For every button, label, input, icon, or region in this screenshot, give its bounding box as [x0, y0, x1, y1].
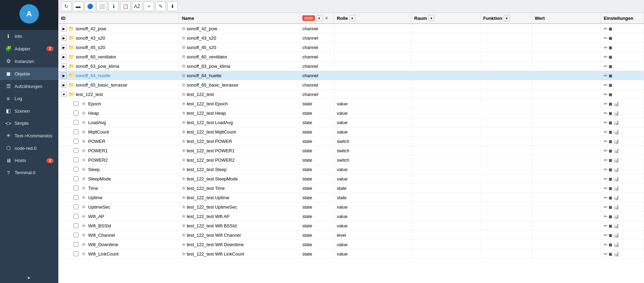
row-checkbox[interactable] — [74, 101, 78, 106]
history-icon[interactable]: 📊 — [613, 204, 619, 210]
sidebar-item-info[interactable]: ℹInfo — [0, 30, 58, 42]
delete-icon[interactable]: ◼ — [609, 251, 612, 257]
table-row[interactable]: ▶📁sonoff_65_basic_terrasse⊞sonoff_65_bas… — [58, 80, 644, 90]
edit-icon[interactable]: ✏ — [604, 242, 608, 247]
history-icon[interactable]: 📊 — [613, 148, 619, 153]
toolbar-edit-button[interactable]: ✎ — [156, 1, 166, 11]
table-row[interactable]: ⊕Wifi_Channel⊕test_122_test Wifi Channel… — [58, 231, 644, 240]
history-icon[interactable]: 📊 — [613, 157, 619, 163]
sidebar-item-hosts[interactable]: 🖥Hosts2 — [0, 154, 58, 167]
delete-icon[interactable]: ◼ — [609, 233, 612, 238]
table-row[interactable]: ⊕Wifi_Downtime⊕test_122_test Wifi Downti… — [58, 240, 644, 249]
delete-icon[interactable]: ◼ — [609, 195, 612, 200]
delete-icon[interactable]: ◼ — [609, 54, 612, 59]
sidebar-expand-button[interactable]: ► — [0, 272, 58, 283]
history-icon[interactable]: 📊 — [613, 111, 619, 116]
row-checkbox[interactable] — [74, 157, 78, 162]
edit-icon[interactable]: ✏ — [604, 35, 608, 41]
delete-icon[interactable]: ◼ — [609, 26, 612, 31]
expand-icon[interactable]: ▶ — [61, 45, 67, 50]
delete-icon[interactable]: ◼ — [609, 73, 612, 78]
edit-icon[interactable]: ✏ — [604, 26, 608, 31]
row-checkbox[interactable] — [74, 186, 78, 191]
toolbar-collapse-button[interactable]: ▬ — [73, 1, 83, 11]
col-close-state[interactable]: ✕ — [324, 16, 329, 21]
delete-icon[interactable]: ◼ — [609, 139, 612, 144]
history-icon[interactable]: 📊 — [613, 101, 619, 106]
delete-icon[interactable]: ◼ — [609, 64, 612, 69]
delete-icon[interactable]: ◼ — [609, 129, 612, 135]
edit-icon[interactable]: ✏ — [604, 157, 608, 163]
delete-icon[interactable]: ◼ — [609, 111, 612, 116]
edit-icon[interactable]: ✏ — [604, 129, 608, 135]
delete-icon[interactable]: ◼ — [609, 223, 612, 228]
expand-icon[interactable]: ▶ — [61, 26, 67, 31]
table-row[interactable]: ⊕Uptime⊕test_122_test Uptimestatestate✏◼… — [58, 193, 644, 202]
sidebar-item-skripte[interactable]: <>Skripte — [0, 117, 58, 129]
edit-icon[interactable]: ✏ — [604, 204, 608, 210]
edit-icon[interactable]: ✏ — [604, 251, 608, 257]
delete-icon[interactable]: ◼ — [609, 148, 612, 153]
expand-icon[interactable]: ▶ — [61, 73, 67, 78]
sidebar-item-aufzaehlungen[interactable]: ☰Aufzählungen — [0, 80, 58, 92]
edit-icon[interactable]: ✏ — [604, 195, 608, 200]
edit-icon[interactable]: ✏ — [604, 167, 608, 172]
table-row[interactable]: ⊕POWER⊕test_122_test POWERstateswitch✏◼📊 — [58, 137, 644, 146]
delete-icon[interactable]: ◼ — [609, 157, 612, 163]
row-checkbox[interactable] — [74, 129, 78, 134]
col-sort-raum[interactable]: ▾ — [428, 15, 434, 21]
sidebar-item-adapter[interactable]: 🧩Adapter7 — [0, 42, 58, 55]
delete-icon[interactable]: ◼ — [609, 35, 612, 41]
edit-icon[interactable]: ✏ — [604, 214, 608, 219]
history-icon[interactable]: 📊 — [613, 176, 619, 181]
row-checkbox[interactable] — [74, 204, 78, 209]
edit-icon[interactable]: ✏ — [604, 45, 608, 50]
delete-icon[interactable]: ◼ — [609, 186, 612, 191]
delete-icon[interactable]: ◼ — [609, 101, 612, 106]
table-row[interactable]: ⊕Wifi_AP⊕test_122_test Wifi APstatevalue… — [58, 212, 644, 221]
table-row[interactable]: ⊕Time⊕test_122_test Timestatestate✏◼📊 — [58, 184, 644, 193]
toolbar-copy-button[interactable]: 📋 — [120, 1, 131, 11]
delete-icon[interactable]: ◼ — [609, 176, 612, 181]
col-sort-funktion[interactable]: ▾ — [504, 15, 510, 21]
table-row[interactable]: ▶📁sonoff_43_s20⊞sonoff_43_s20channel✏◼ — [58, 33, 644, 43]
col-sort-rolle[interactable]: ▾ — [349, 15, 356, 21]
sidebar-item-text-kommandos[interactable]: ✳Text->Kommandos — [0, 129, 58, 142]
table-row[interactable]: ⊕Sleep⊕test_122_test Sleepstatevalue✏◼📊 — [58, 165, 644, 174]
edit-icon[interactable]: ✏ — [604, 101, 608, 106]
delete-icon[interactable]: ◼ — [609, 120, 612, 125]
sidebar-item-objekte[interactable]: ◼Objekte — [0, 67, 58, 80]
edit-icon[interactable]: ✏ — [604, 111, 608, 116]
table-row[interactable]: ⊕Heap⊕test_122_test Heapstatevalue✏◼📊 — [58, 108, 644, 118]
table-row[interactable]: ⊕SleepMode⊕test_122_test SleepModestatev… — [58, 174, 644, 184]
edit-icon[interactable]: ✏ — [604, 223, 608, 228]
row-checkbox[interactable] — [74, 111, 78, 115]
col-sort-state[interactable]: ▾ — [316, 15, 323, 21]
sidebar-item-node-red[interactable]: ⬡node-red.0 — [0, 142, 58, 154]
delete-icon[interactable]: ◼ — [609, 82, 612, 88]
row-checkbox[interactable] — [74, 195, 78, 200]
table-row[interactable]: ▶📁sonoff_45_s20⊞sonoff_45_s20channel✏◼ — [58, 43, 644, 52]
history-icon[interactable]: 📊 — [613, 233, 619, 238]
edit-icon[interactable]: ✏ — [604, 148, 608, 153]
row-checkbox[interactable] — [74, 167, 78, 172]
sidebar-item-szenen[interactable]: ◧Szenen — [0, 105, 58, 117]
history-icon[interactable]: 📊 — [613, 167, 619, 172]
expand-icon[interactable]: ▶ — [61, 63, 67, 69]
row-checkbox[interactable] — [74, 176, 78, 181]
sidebar-item-terminal[interactable]: ?Terminal.0 — [0, 167, 58, 179]
delete-icon[interactable]: ◼ — [609, 204, 612, 210]
toolbar-info2-button[interactable]: ℹ — [108, 1, 119, 11]
row-checkbox[interactable] — [74, 214, 78, 219]
edit-icon[interactable]: ✏ — [604, 176, 608, 181]
toolbar-download-button[interactable]: ⬇ — [167, 1, 178, 11]
delete-icon[interactable]: ◼ — [609, 214, 612, 219]
row-checkbox[interactable] — [74, 251, 78, 256]
toolbar-filter-channel-button[interactable]: 🔵 — [85, 1, 95, 11]
edit-icon[interactable]: ✏ — [604, 54, 608, 59]
row-checkbox[interactable] — [74, 223, 78, 228]
edit-icon[interactable]: ✏ — [604, 73, 608, 78]
history-icon[interactable]: 📊 — [613, 139, 619, 144]
toolbar-add-button[interactable]: + — [144, 1, 154, 11]
row-checkbox[interactable] — [74, 148, 78, 153]
